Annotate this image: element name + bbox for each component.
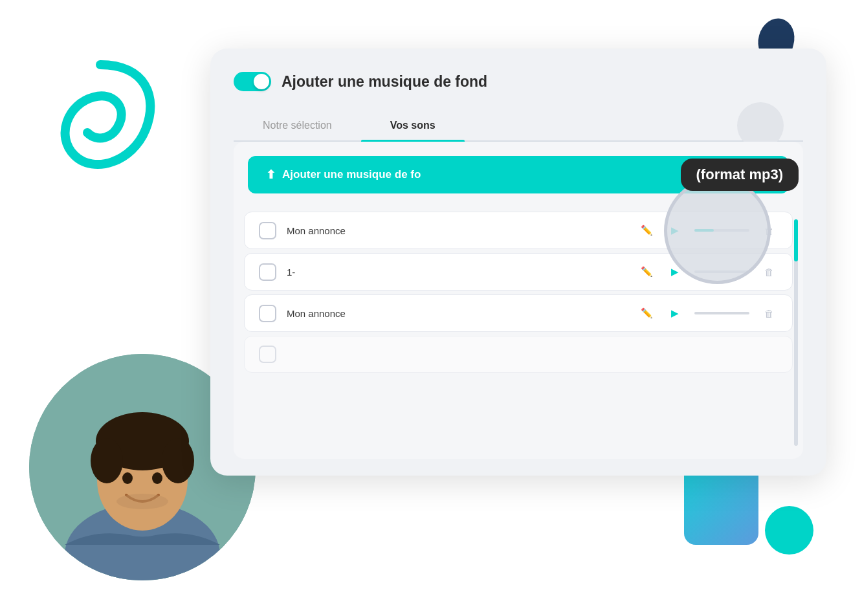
- format-tooltip: (format mp3): [681, 159, 799, 191]
- svg-point-7: [122, 472, 133, 484]
- play-icon[interactable]: ▶: [666, 304, 684, 322]
- audio-item-name: 1-: [287, 267, 627, 278]
- tabs-container: Notre sélection Vos sons: [234, 112, 803, 142]
- gradient-rect-decoration: [684, 464, 758, 545]
- scrollbar-track[interactable]: [794, 219, 798, 446]
- toggle-label: Ajouter une musique de fond: [282, 73, 487, 91]
- svg-point-8: [152, 472, 162, 484]
- magnifier-overlay: [664, 177, 771, 284]
- audio-item: Mon annonce ✏️ ▶ 🗑: [244, 294, 793, 332]
- audio-checkbox[interactable]: [259, 305, 276, 322]
- audio-item-name: Mon annonce: [287, 225, 627, 236]
- toggle-knob: [254, 74, 269, 89]
- upload-mp3-button[interactable]: ⬆ Ajouter une musique de fo (format mp3): [248, 156, 789, 193]
- tab-notre-selection[interactable]: Notre sélection: [234, 112, 361, 140]
- audio-checkbox[interactable]: [259, 222, 276, 239]
- toggle-switch[interactable]: [234, 72, 271, 91]
- scrollbar-thumb[interactable]: [794, 219, 798, 261]
- delete-icon[interactable]: 🗑: [760, 304, 778, 322]
- upload-button-text: Ajouter une musique de fo: [282, 168, 421, 181]
- teal-circle-decoration: [765, 506, 813, 555]
- edit-icon[interactable]: ✏️: [637, 304, 656, 322]
- svg-point-9: [116, 494, 168, 509]
- edit-icon[interactable]: ✏️: [637, 263, 656, 281]
- teal-swirl-decoration: [29, 45, 171, 201]
- svg-point-5: [91, 438, 123, 483]
- upload-icon: ⬆: [266, 168, 276, 182]
- svg-point-6: [162, 438, 194, 483]
- audio-item-name: Mon annonce: [287, 308, 627, 319]
- audio-item-partial: [244, 336, 793, 373]
- main-ui-card: Ajouter une musique de fond Notre sélect…: [210, 49, 826, 476]
- upload-button-row: ⬆ Ajouter une musique de fo (format mp3): [234, 142, 803, 193]
- audio-progress-bar: [694, 312, 749, 314]
- audio-checkbox[interactable]: [259, 346, 276, 363]
- content-area: ⬆ Ajouter une musique de fo (format mp3)…: [234, 142, 803, 459]
- toggle-row: Ajouter une musique de fond: [234, 72, 803, 91]
- tab-vos-sons[interactable]: Vos sons: [361, 112, 465, 140]
- edit-icon[interactable]: ✏️: [637, 221, 656, 239]
- delete-icon[interactable]: 🗑: [760, 263, 778, 281]
- audio-checkbox[interactable]: [259, 263, 276, 281]
